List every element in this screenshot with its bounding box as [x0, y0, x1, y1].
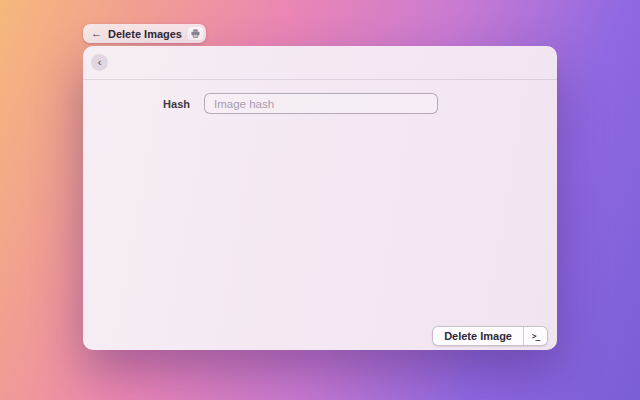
hash-label: Hash: [83, 98, 190, 110]
hash-form-row: Hash: [83, 93, 557, 114]
command-window: ‹ Hash Delete Image >_: [83, 46, 557, 350]
breadcrumb-label: Delete Images: [108, 28, 182, 40]
desktop-background: ← Delete Images ‹ Hash Delete Image >_: [0, 0, 640, 400]
terminal-prompt-icon: >_: [524, 327, 547, 345]
window-header: ‹: [83, 46, 557, 80]
delete-image-button[interactable]: Delete Image >_: [432, 326, 548, 346]
hash-input[interactable]: [204, 93, 438, 114]
back-arrow-icon: ←: [91, 28, 102, 39]
back-button[interactable]: ‹: [91, 54, 108, 71]
delete-image-button-label: Delete Image: [433, 327, 523, 345]
printer-icon: [188, 27, 203, 40]
breadcrumb[interactable]: ← Delete Images: [83, 24, 206, 43]
